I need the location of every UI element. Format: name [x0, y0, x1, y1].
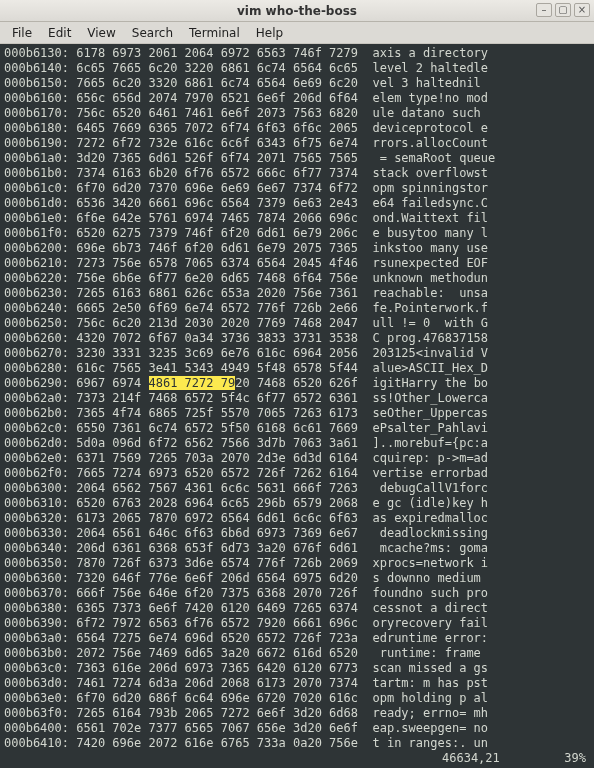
hex-address: 000b62f0:: [4, 466, 76, 480]
hex-row: 000b6200: 696e 6b73 746f 6f20 6d61 6e79 …: [4, 241, 590, 256]
window-titlebar: vim who-the-boss – ▢ ×: [0, 0, 594, 22]
hex-bytes: 7461 7274 6d3a 206d 2068 6173 2070 7374: [76, 676, 358, 690]
hex-bytes: 2072 756e 7469 6d65 3a20 6672 616d 6520: [76, 646, 358, 660]
hex-address: 000b63d0:: [4, 676, 76, 690]
hex-address: 000b62a0:: [4, 391, 76, 405]
hex-bytes: 7365 4f74 6865 725f 5570 7065 7263 6173: [76, 406, 358, 420]
hex-row: 000b6130: 6178 6973 2061 2064 6972 6563 …: [4, 46, 590, 61]
hex-address: 000b63b0:: [4, 646, 76, 660]
hex-row: 000b61d0: 6536 3420 6661 696c 6564 7379 …: [4, 196, 590, 211]
hex-address: 000b6180:: [4, 121, 76, 135]
terminal-area[interactable]: 000b6130: 6178 6973 2061 2064 6972 6563 …: [0, 44, 594, 768]
hex-ascii: xprocs=network i: [372, 556, 488, 570]
hex-address: 000b6270:: [4, 346, 76, 360]
hex-ascii: vertise errorbad: [372, 466, 488, 480]
hex-ascii: deviceprotocol e: [372, 121, 488, 135]
hex-bytes: 3230 3331 3235 3c69 6e76 616c 6964 2056: [76, 346, 358, 360]
hex-ascii: C prog.476837158: [372, 331, 488, 345]
hex-bytes: 6c65 7665 6c20 3220 6861 6c74 6564 6c65: [76, 61, 358, 75]
minimize-button[interactable]: –: [536, 3, 552, 17]
hex-address: 000b6410:: [4, 736, 76, 750]
close-button[interactable]: ×: [574, 3, 590, 17]
hex-ascii: tartm: m has pst: [372, 676, 488, 690]
menu-view[interactable]: View: [79, 24, 123, 42]
hex-ascii: oryrecovery fail: [372, 616, 488, 630]
hex-bytes: 756c 6520 6461 7461 6e6f 2073 7563 6820: [76, 106, 358, 120]
hex-bytes: 756e 6b6e 6f77 6e20 6d65 7468 6f64 756e: [76, 271, 358, 285]
hex-address: 000b62d0:: [4, 436, 76, 450]
hex-bytes: 6371 7569 7265 703a 2070 2d3e 6d3d 6164: [76, 451, 358, 465]
hex-bytes: 7272 6f72 732e 616c 6c6f 6343 6f75 6e74: [76, 136, 358, 150]
hex-row: 000b6320: 6173 2065 7870 6972 6564 6d61 …: [4, 511, 590, 526]
hex-address: 000b61c0:: [4, 181, 76, 195]
hex-address: 000b6210:: [4, 256, 76, 270]
hex-address: 000b62b0:: [4, 406, 76, 420]
hex-address: 000b6160:: [4, 91, 76, 105]
hex-address: 000b6380:: [4, 601, 76, 615]
menu-file[interactable]: File: [4, 24, 40, 42]
hex-address: 000b6240:: [4, 301, 76, 315]
status-percent: 39%: [544, 751, 590, 766]
hex-ascii: igitHarry the bo: [372, 376, 488, 390]
hex-row: 000b6150: 7665 6c20 3320 6861 6c74 6564 …: [4, 76, 590, 91]
hex-address: 000b6350:: [4, 556, 76, 570]
menu-search[interactable]: Search: [124, 24, 181, 42]
hex-bytes: 7374 6163 6b20 6f76 6572 666c 6f77 7374: [76, 166, 358, 180]
hex-ascii: e64 failedsync.C: [372, 196, 488, 210]
hex-address: 000b6230:: [4, 286, 76, 300]
hex-bytes: 696e 6b73 746f 6f20 6d61 6e79 2075 7365: [76, 241, 358, 255]
hex-address: 000b63c0:: [4, 661, 76, 675]
hex-ascii: as expiredmalloc: [372, 511, 488, 525]
hex-ascii: t in ranges:. un: [372, 736, 488, 750]
hex-row: 000b61b0: 7374 6163 6b20 6f76 6572 666c …: [4, 166, 590, 181]
hex-row: 000b6390: 6f72 7972 6563 6f76 6572 7920 …: [4, 616, 590, 631]
menu-help[interactable]: Help: [248, 24, 291, 42]
hex-ascii: level 2 haltedle: [372, 61, 488, 75]
hex-address: 000b6310:: [4, 496, 76, 510]
hex-address: 000b63f0:: [4, 706, 76, 720]
hex-ascii: edruntime error:: [372, 631, 488, 645]
hex-ascii: ull != 0 with G: [372, 316, 488, 330]
hex-bytes: 7273 756e 6578 7065 6374 6564 2045 4f46: [76, 256, 358, 270]
hex-ascii: e gc (idle)key h: [372, 496, 488, 510]
hex-address: 000b6300:: [4, 481, 76, 495]
hex-ascii: runtime: frame: [372, 646, 488, 660]
hex-row: 000b6310: 6520 6763 2028 6964 6c65 296b …: [4, 496, 590, 511]
hex-row: 000b6210: 7273 756e 6578 7065 6374 6564 …: [4, 256, 590, 271]
hex-bytes: 7363 616e 206d 6973 7365 6420 6120 6773: [76, 661, 358, 675]
menu-terminal[interactable]: Terminal: [181, 24, 248, 42]
hex-address: 000b63e0:: [4, 691, 76, 705]
menu-edit[interactable]: Edit: [40, 24, 79, 42]
hex-ascii: scan missed a gs: [372, 661, 488, 675]
hex-row: 000b62b0: 7365 4f74 6865 725f 5570 7065 …: [4, 406, 590, 421]
hex-address: 000b62e0:: [4, 451, 76, 465]
maximize-button[interactable]: ▢: [555, 3, 571, 17]
hex-row: 000b6190: 7272 6f72 732e 616c 6c6f 6343 …: [4, 136, 590, 151]
hex-ascii: rrors.allocCount: [372, 136, 488, 150]
hex-address: 000b6400:: [4, 721, 76, 735]
hex-row: 000b63d0: 7461 7274 6d3a 206d 2068 6173 …: [4, 676, 590, 691]
vim-status-line: 46634,2139%: [4, 751, 590, 766]
hex-ascii: ond.Waittext fil: [372, 211, 488, 225]
hex-bytes: 7870 726f 6373 3d6e 6574 776f 726b 2069: [76, 556, 358, 570]
hex-address: 000b6220:: [4, 271, 76, 285]
hex-row: 000b6220: 756e 6b6e 6f77 6e20 6d65 7468 …: [4, 271, 590, 286]
hex-bytes: 7420 696e 2072 616e 6765 733a 0a20 756e: [76, 736, 358, 750]
search-highlight: 4861 7272 79: [149, 376, 236, 390]
hex-row: 000b63e0: 6f70 6d20 686f 6c64 696e 6720 …: [4, 691, 590, 706]
hex-row: 000b6160: 656c 656d 2074 7970 6521 6e6f …: [4, 91, 590, 106]
hex-bytes: 6665 2e50 6f69 6e74 6572 776f 726b 2e66: [76, 301, 358, 315]
hex-bytes: 7373 214f 7468 6572 5f4c 6f77 6572 6361: [76, 391, 358, 405]
hex-bytes: 6520 6275 7379 746f 6f20 6d61 6e79 206c: [76, 226, 358, 240]
hex-bytes: 7320 646f 776e 6e6f 206d 6564 6975 6d20: [76, 571, 358, 585]
hex-row: 000b61e0: 6f6e 642e 5761 6974 7465 7874 …: [4, 211, 590, 226]
hex-bytes: 6536 3420 6661 696c 6564 7379 6e63 2e43: [76, 196, 358, 210]
menu-bar: File Edit View Search Terminal Help: [0, 22, 594, 44]
hex-address: 000b61e0:: [4, 211, 76, 225]
hex-bytes: 2064 6561 646c 6f63 6b6d 6973 7369 6e67: [76, 526, 358, 540]
hex-bytes: 6550 7361 6c74 6572 5f50 6168 6c61 7669: [76, 421, 358, 435]
hex-row: 000b63a0: 6564 7275 6e74 696d 6520 6572 …: [4, 631, 590, 646]
hex-row: 000b6170: 756c 6520 6461 7461 6e6f 2073 …: [4, 106, 590, 121]
hex-row: 000b6240: 6665 2e50 6f69 6e74 6572 776f …: [4, 301, 590, 316]
hex-row: 000b6280: 616c 7565 3e41 5343 4949 5f48 …: [4, 361, 590, 376]
